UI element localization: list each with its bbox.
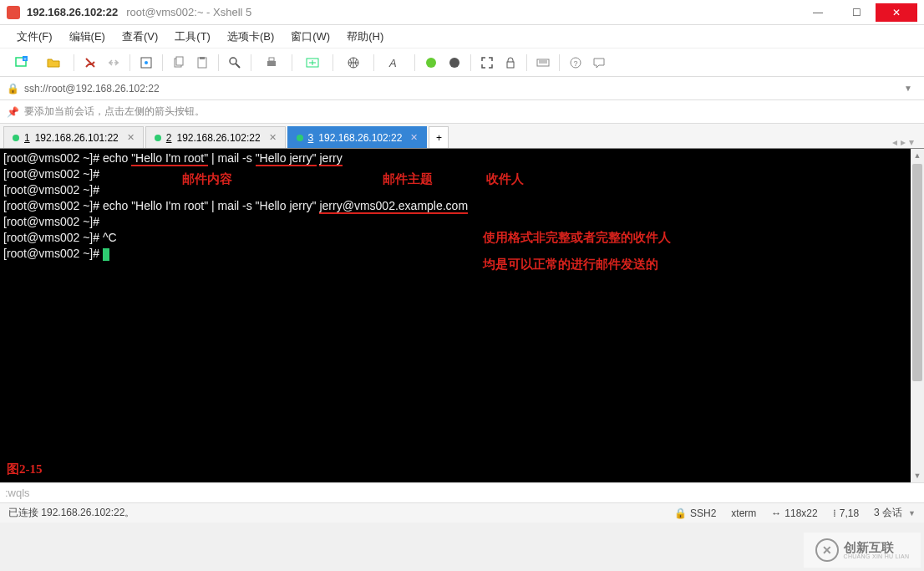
command-input-bar[interactable]: :wqls — [0, 482, 924, 502]
svg-rect-6 — [176, 57, 183, 65]
svg-rect-8 — [200, 57, 205, 59]
status-dot-icon — [13, 135, 19, 141]
new-tab-button[interactable]: + — [429, 126, 449, 148]
paste-button[interactable] — [191, 52, 213, 74]
menu-view[interactable]: 查看(V) — [115, 27, 165, 47]
pin-icon[interactable]: 📌 — [7, 106, 19, 118]
annotation-mail-subject: 邮件主题 — [383, 171, 433, 186]
color2-button[interactable] — [444, 52, 465, 74]
status-bar: 已连接 192.168.26.102:22。 🔒SSH2 xterm ↔118x… — [0, 502, 924, 523]
open-button[interactable] — [38, 52, 69, 74]
status-pos: 7,18 — [840, 507, 859, 519]
tab-num: 2 — [166, 132, 172, 144]
reconnect-button[interactable] — [79, 52, 101, 74]
scroll-down-icon[interactable]: ▼ — [911, 469, 924, 482]
menu-file[interactable]: 文件(F) — [10, 27, 59, 47]
status-dot-icon — [297, 135, 303, 141]
status-sessions: 3 会话 — [874, 506, 902, 520]
tab-close-icon[interactable]: ✕ — [127, 132, 135, 143]
tab-num: 3 — [308, 132, 314, 144]
help-button[interactable]: ? — [565, 52, 586, 74]
properties-button[interactable] — [135, 52, 157, 74]
status-term: xterm — [731, 507, 756, 519]
tab-2[interactable]: 2 192.168.26.102:22 ✕ — [145, 126, 286, 148]
language-button[interactable] — [338, 52, 368, 74]
xftp-button[interactable] — [297, 52, 327, 74]
address-dropdown-icon[interactable]: ▼ — [899, 84, 917, 93]
status-size: 118x22 — [784, 507, 817, 519]
font-button[interactable]: A — [379, 52, 409, 74]
svg-rect-11 — [267, 61, 276, 66]
hint-bar: 📌 要添加当前会话，点击左侧的箭头按钮。 — [0, 100, 924, 124]
hint-text: 要添加当前会话，点击左侧的箭头按钮。 — [24, 105, 205, 119]
tab-label: 192.168.26.102:22 — [176, 132, 260, 144]
menu-tools[interactable]: 工具(T) — [168, 27, 217, 47]
tab-close-icon[interactable]: ✕ — [269, 132, 277, 143]
lock-icon: 🔒 — [7, 83, 19, 94]
tab-1[interactable]: 1 192.168.26.101:22 ✕ — [3, 126, 144, 148]
menu-window[interactable]: 窗口(W) — [284, 27, 337, 47]
terminal-scrollbar[interactable]: ▲ ▼ — [911, 149, 924, 482]
lock-button[interactable] — [500, 52, 521, 74]
svg-text:+: + — [23, 56, 27, 61]
maximize-button[interactable]: ☐ — [837, 3, 876, 22]
terminal[interactable]: [root@vms002 ~]# echo "Hello I'm root" |… — [0, 149, 924, 482]
svg-line-10 — [236, 64, 240, 68]
tab-nav: ◂ ▸ ▾ — [892, 136, 921, 148]
svg-point-16 — [426, 58, 436, 68]
watermark-sub: CHUANG XIN HU LIAN — [844, 553, 910, 559]
input-text: :wqls — [5, 487, 30, 499]
tab-num: 1 — [24, 132, 30, 144]
pos-icon: ⁞ — [833, 507, 836, 519]
keyboard-button[interactable] — [532, 52, 554, 74]
tab-close-icon[interactable]: ✕ — [410, 132, 418, 143]
annotation-note2: 均是可以正常的进行邮件发送的 — [483, 256, 658, 272]
status-ssh: SSH2 — [690, 507, 716, 519]
svg-rect-18 — [507, 62, 514, 68]
terminal-cursor — [103, 248, 109, 261]
svg-point-17 — [449, 58, 459, 68]
tab-3-active[interactable]: 3 192.168.26.102:22 ✕ — [287, 126, 428, 148]
tab-prev-icon[interactable]: ◂ — [892, 136, 897, 148]
fullscreen-button[interactable] — [476, 52, 498, 74]
disconnect-button[interactable] — [103, 52, 124, 74]
close-button[interactable]: ✕ — [876, 3, 917, 22]
find-button[interactable] — [224, 52, 246, 74]
title-suffix: root@vms002:~ - Xshell 5 — [126, 6, 251, 18]
annotation-recipient: 收件人 — [486, 171, 524, 186]
annotation-mail-content: 邮件内容 — [182, 171, 232, 186]
svg-point-9 — [230, 58, 236, 64]
tab-bar: 1 192.168.26.101:22 ✕ 2 192.168.26.102:2… — [0, 124, 924, 149]
menu-edit[interactable]: 编辑(E) — [63, 27, 112, 47]
menu-tabs[interactable]: 选项卡(B) — [221, 27, 281, 47]
annotation-note1: 使用格式非完整或者完整的收件人 — [483, 229, 671, 245]
menu-help[interactable]: 帮助(H) — [340, 27, 390, 47]
watermark-icon: ✕ — [815, 538, 839, 562]
svg-text:A: A — [388, 57, 397, 69]
figure-label: 图2-15 — [7, 461, 43, 477]
scroll-thumb[interactable] — [912, 164, 922, 381]
toolbar: + A ? — [0, 48, 924, 77]
tab-label: 192.168.26.101:22 — [35, 132, 119, 144]
tab-menu-icon[interactable]: ▾ — [909, 136, 914, 148]
app-icon — [7, 6, 20, 19]
new-session-button[interactable]: + — [7, 52, 37, 74]
watermark: ✕ 创新互联 CHUANG XIN HU LIAN — [804, 533, 921, 568]
print-button[interactable] — [256, 52, 287, 74]
svg-point-4 — [145, 61, 148, 64]
copy-button[interactable] — [168, 52, 190, 74]
size-icon: ↔ — [771, 507, 781, 519]
watermark-text: 创新互联 — [844, 541, 910, 553]
address-bar: 🔒 ssh://root@192.168.26.102:22 ▼ — [0, 77, 924, 100]
tab-label: 192.168.26.102:22 — [318, 132, 402, 144]
sessions-dropdown-icon[interactable]: ▼ — [908, 509, 916, 517]
svg-rect-12 — [269, 58, 274, 61]
minimize-button[interactable]: — — [799, 3, 837, 22]
scroll-up-icon[interactable]: ▲ — [911, 149, 924, 162]
feedback-button[interactable] — [588, 52, 610, 74]
svg-text:?: ? — [573, 59, 577, 68]
title-bar: 192.168.26.102:22 root@vms002:~ - Xshell… — [0, 0, 924, 25]
address-text[interactable]: ssh://root@192.168.26.102:22 — [24, 83, 899, 94]
color-button[interactable] — [420, 52, 442, 74]
tab-next-icon[interactable]: ▸ — [901, 136, 906, 148]
